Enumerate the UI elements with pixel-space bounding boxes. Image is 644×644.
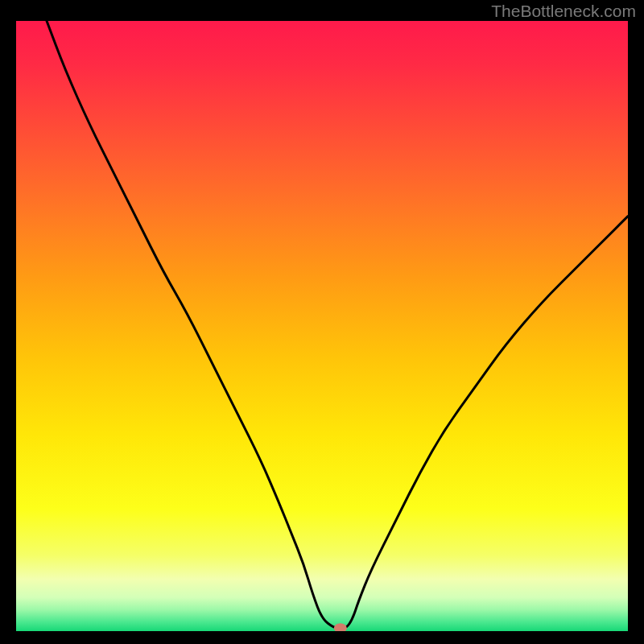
watermark-text: TheBottleneck.com: [491, 2, 636, 21]
chart-frame: TheBottleneck.com: [0, 0, 644, 644]
plot-area: [16, 21, 628, 631]
gradient-background: [16, 21, 628, 631]
chart-svg: [16, 21, 628, 631]
